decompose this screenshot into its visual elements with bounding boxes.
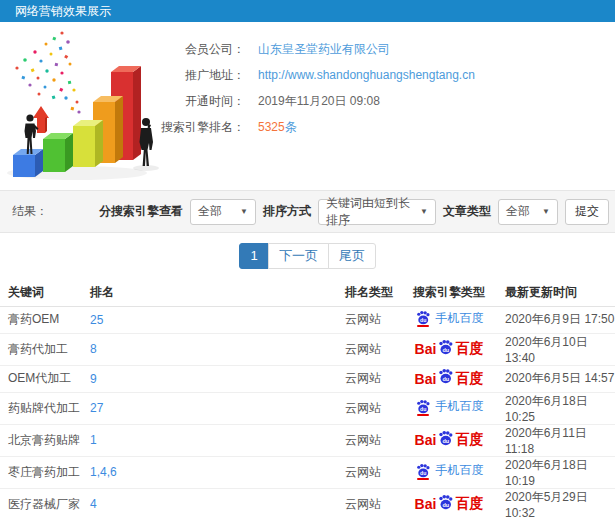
mobile-baidu-label: 手机百度 — [436, 398, 484, 415]
table-row: OEM代加工 9 云网站 Baidu百度 2020年6月5日 14:57 — [0, 365, 615, 392]
pagination: 1 下一页 尾页 — [0, 233, 615, 279]
businessman-left-figure — [25, 114, 39, 154]
updated-cell: 2020年6月9日 17:50 — [495, 306, 615, 333]
open-time-value: 2019年11月20日 09:08 — [258, 93, 380, 110]
result-label: 结果： — [12, 203, 48, 220]
table-row: 医疗器械厂家 4 云网站 Baidu百度 2020年5月29日 10:32 — [0, 488, 615, 520]
updated-cell: 2020年6月5日 14:57 — [495, 365, 615, 392]
updated-cell: 2020年5月29日 10:32 — [495, 488, 615, 520]
page-title: 网络营销效果展示 — [0, 0, 615, 22]
updated-cell: 2020年6月10日 13:40 — [495, 333, 615, 365]
rank-link[interactable]: 9 — [90, 372, 97, 386]
rank-link[interactable]: 27 — [90, 401, 103, 415]
svg-text:du: du — [443, 376, 450, 382]
baidu-paw-icon: du — [415, 463, 431, 479]
baidu-logo: Baidu百度 — [415, 339, 484, 360]
baidu-paw-icon: du — [415, 310, 431, 326]
baidu-logo: Baidu百度 — [415, 368, 484, 389]
table-row: 北京膏药贴牌 1 云网站 Baidu百度 2020年6月11日 11:18 — [0, 424, 615, 456]
rank-link[interactable]: 8 — [90, 342, 97, 356]
engine-filter-select[interactable]: 全部 ▼ — [190, 199, 256, 225]
info-row-rank-count: 搜索引擎排名： 5325条 — [130, 114, 475, 140]
baidu-paw-icon: du — [437, 339, 454, 356]
baidu-logo: Baidu百度 — [415, 430, 484, 451]
info-row-company: 会员公司： 山东皇圣堂药业有限公司 — [130, 36, 475, 62]
svg-text:du: du — [443, 501, 450, 507]
engine-filter-label: 分搜索引擎查看 — [99, 203, 183, 220]
article-type-select[interactable]: 全部 ▼ — [498, 199, 558, 225]
sort-label: 排序方式 — [263, 203, 311, 220]
table-row: 膏药OEM 25 云网站 du手机百度 2020年6月9日 17:50 — [0, 306, 615, 333]
keyword-cell: 膏药代加工 — [0, 333, 90, 365]
mobile-baidu-badge: du手机百度 — [415, 462, 484, 479]
last-page-button[interactable]: 尾页 — [328, 243, 376, 269]
chevron-down-icon: ▼ — [240, 207, 248, 216]
engine-filter-value: 全部 — [198, 203, 222, 220]
bar-green — [43, 133, 73, 172]
table-row: 膏药代加工 8 云网站 Baidu百度 2020年6月10日 13:40 — [0, 333, 615, 365]
rank-count-label: 搜索引擎排名： — [130, 119, 245, 136]
rank-type-cell: 云网站 — [345, 333, 403, 365]
keyword-rank-table: 关键词 排名 排名类型 搜索引擎类型 最新更新时间 膏药OEM 25 云网站 d… — [0, 279, 615, 520]
rank-type-cell: 云网站 — [345, 365, 403, 392]
sort-select[interactable]: 关键词由短到长排序 ▼ — [318, 199, 436, 225]
updated-cell: 2020年6月18日 10:25 — [495, 392, 615, 424]
keyword-cell: OEM代加工 — [0, 365, 90, 392]
bar-yellow-green — [73, 120, 103, 167]
page-1-button[interactable]: 1 — [239, 243, 269, 269]
chevron-down-icon: ▼ — [542, 207, 550, 216]
header-keyword: 关键词 — [0, 279, 90, 306]
rank-count-unit: 条 — [285, 120, 297, 134]
table-header-row: 关键词 排名 排名类型 搜索引擎类型 最新更新时间 — [0, 279, 615, 306]
table-body: 膏药OEM 25 云网站 du手机百度 2020年6月9日 17:50 膏药代加… — [0, 306, 615, 520]
header-engine-type: 搜索引擎类型 — [403, 279, 495, 306]
rank-link[interactable]: 1 — [90, 433, 97, 447]
company-link[interactable]: 山东皇圣堂药业有限公司 — [258, 41, 390, 58]
updated-cell: 2020年6月11日 11:18 — [495, 424, 615, 456]
promo-url-link[interactable]: http://www.shandonghuangshengtang.cn — [258, 68, 475, 82]
keyword-cell: 枣庄膏药加工 — [0, 456, 90, 488]
svg-text:du: du — [420, 406, 426, 412]
baidu-paw-icon: du — [437, 494, 454, 511]
keyword-cell: 北京膏药贴牌 — [0, 424, 90, 456]
keyword-cell: 药贴牌代加工 — [0, 392, 90, 424]
company-info-list: 会员公司： 山东皇圣堂药业有限公司 推广地址： http://www.shand… — [130, 36, 475, 140]
promo-url-label: 推广地址： — [130, 67, 245, 84]
header-rank-type: 排名类型 — [345, 279, 403, 306]
chevron-down-icon: ▼ — [420, 207, 428, 216]
article-type-value: 全部 — [506, 203, 530, 220]
confetti-dots — [15, 31, 80, 113]
svg-text:du: du — [420, 470, 426, 476]
table-row: 枣庄膏药加工 1,4,6 云网站 du手机百度 2020年6月18日 10:19 — [0, 456, 615, 488]
baidu-paw-icon: du — [415, 399, 431, 415]
keyword-cell: 膏药OEM — [0, 306, 90, 333]
mobile-baidu-label: 手机百度 — [436, 462, 484, 479]
baidu-paw-icon: du — [437, 368, 454, 385]
rank-count-number: 5325 — [258, 120, 285, 134]
sort-value: 关键词由短到长排序 — [326, 195, 412, 229]
mobile-baidu-badge: du手机百度 — [415, 310, 484, 327]
rank-link[interactable]: 1,4,6 — [90, 465, 117, 479]
submit-button[interactable]: 提交 — [565, 199, 609, 225]
rank-link[interactable]: 25 — [90, 313, 103, 327]
rank-type-cell: 云网站 — [345, 424, 403, 456]
baidu-logo: Baidu百度 — [415, 494, 484, 515]
svg-text:du: du — [420, 317, 426, 323]
rank-count-value: 5325条 — [258, 119, 297, 136]
table-row: 药贴牌代加工 27 云网站 du手机百度 2020年6月18日 10:25 — [0, 392, 615, 424]
svg-text:du: du — [443, 437, 450, 443]
rank-type-cell: 云网站 — [345, 306, 403, 333]
company-label: 会员公司： — [130, 41, 245, 58]
next-page-button[interactable]: 下一页 — [268, 243, 329, 269]
info-row-url: 推广地址： http://www.shandonghuangshengtang.… — [130, 62, 475, 88]
rank-type-cell: 云网站 — [345, 488, 403, 520]
svg-text:du: du — [443, 346, 450, 352]
rank-type-cell: 云网站 — [345, 392, 403, 424]
rank-type-cell: 云网站 — [345, 456, 403, 488]
baidu-paw-icon: du — [437, 430, 454, 447]
open-time-label: 开通时间： — [130, 93, 245, 110]
page: 网络营销效果展示 — [0, 0, 615, 520]
keyword-cell: 医疗器械厂家 — [0, 488, 90, 520]
rank-link[interactable]: 4 — [90, 497, 97, 511]
info-section: 会员公司： 山东皇圣堂药业有限公司 推广地址： http://www.shand… — [0, 22, 615, 190]
